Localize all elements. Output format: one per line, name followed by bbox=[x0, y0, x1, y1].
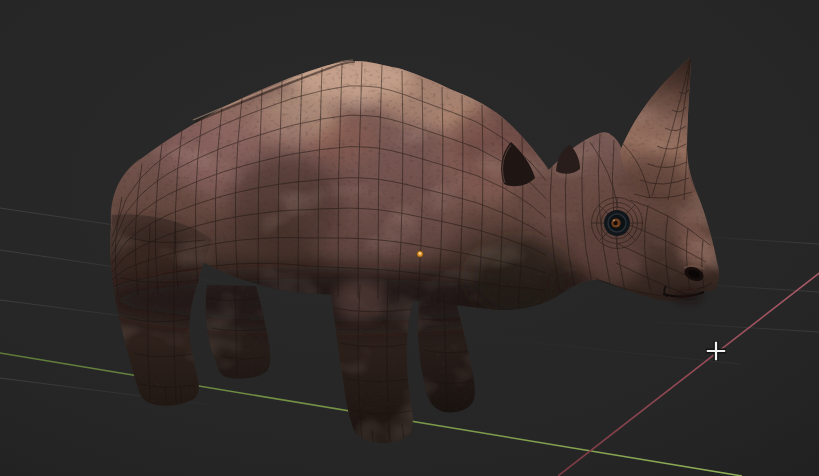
eye[interactable] bbox=[604, 210, 630, 236]
object-origin-dot[interactable] bbox=[417, 251, 423, 257]
viewport-canvas[interactable] bbox=[0, 0, 819, 476]
blender-3d-viewport[interactable] bbox=[0, 0, 819, 476]
